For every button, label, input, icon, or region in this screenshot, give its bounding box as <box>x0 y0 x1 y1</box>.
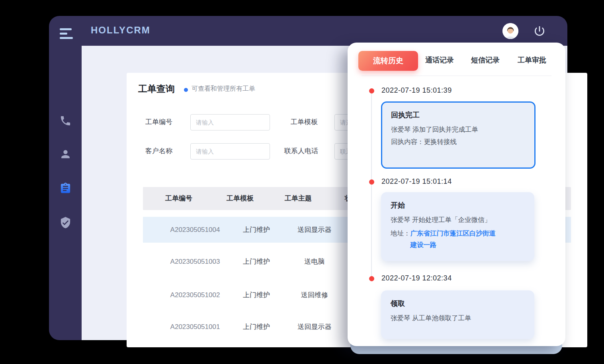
tabs-divider <box>362 76 551 76</box>
app-logo: HOLLYCRM <box>91 25 151 36</box>
cell-template: 上门维护 <box>243 314 270 340</box>
cell-subject: 送回维修 <box>301 282 328 308</box>
filter-label-customer: 客户名称 <box>145 143 172 159</box>
timeline-timestamp: 2022-07-19 15:01:14 <box>381 177 452 186</box>
tab-approval[interactable]: 工单审批 <box>518 55 546 65</box>
timeline-card-line: 张爱琴 开始处理工单「企业微信」 <box>391 215 525 225</box>
cell-id: A202305051003 <box>170 249 220 274</box>
timeline-line <box>371 93 372 281</box>
timeline-card-claim[interactable]: 领取 张爱琴 从工单池领取了工单 <box>381 290 534 339</box>
timeline-card-line: 张爱琴 从工单池领取了工单 <box>391 313 525 323</box>
cell-id: A202305051004 <box>170 217 220 243</box>
timeline-dot <box>369 179 374 185</box>
sidebar-item-customers[interactable] <box>49 145 82 163</box>
clipboard-icon <box>59 182 72 195</box>
timeline-card-title: 回执完工 <box>391 110 526 120</box>
timeline-card-receipt-complete[interactable]: 回执完工 张爱琴 添加了回执并完成工单 回执内容：更换转接线 <box>381 101 536 169</box>
address-row: 地址： 广东省江门市蓬江区白沙街道建设一路 <box>391 228 525 251</box>
user-icon <box>59 148 72 160</box>
sidebar-item-security[interactable] <box>49 214 82 231</box>
tab-flow-history[interactable]: 流转历史 <box>358 51 418 71</box>
timeline-timestamp: 2022-07-19 15:01:39 <box>381 86 452 95</box>
avatar[interactable] <box>502 23 518 39</box>
page-subtitle: 可查看和管理所有工单 <box>192 85 255 93</box>
detail-panel: 流转历史 通话记录 短信记录 工单审批 2022-07-19 15:01:39 … <box>348 43 565 346</box>
filter-label-contact-phone: 联系人电话 <box>284 143 318 159</box>
power-icon[interactable] <box>533 25 546 37</box>
top-bar: HOLLYCRM <box>49 16 567 46</box>
page-title: 工单查询 <box>138 83 175 95</box>
timeline-dot <box>369 88 374 93</box>
shield-icon <box>59 216 72 229</box>
cell-id: A202305051002 <box>170 282 220 308</box>
timeline-dot <box>369 276 374 281</box>
address-label: 地址： <box>391 228 410 251</box>
cell-subject: 送回显示器 <box>298 217 332 243</box>
sidebar-item-workorders[interactable] <box>49 179 82 197</box>
cell-subject: 送回显示器 <box>298 314 332 340</box>
cell-template: 上门维护 <box>243 217 270 243</box>
timeline-card-title: 领取 <box>391 299 525 308</box>
timeline-card-title: 开始 <box>391 200 525 210</box>
screenshot-stage: HOLLYCRM <box>0 0 604 364</box>
phone-icon <box>59 115 72 127</box>
cell-template: 上门维护 <box>243 282 270 308</box>
menu-icon[interactable] <box>60 28 74 40</box>
timeline-card-start[interactable]: 开始 张爱琴 开始处理工单「企业微信」 地址： 广东省江门市蓬江区白沙街道建设一… <box>381 192 534 261</box>
tab-sms-records[interactable]: 短信记录 <box>471 55 500 65</box>
filter-label-template: 工单模板 <box>291 114 318 130</box>
col-subject: 工单主题 <box>285 187 312 210</box>
avatar-image <box>502 23 518 39</box>
tab-call-records[interactable]: 通话记录 <box>425 55 454 65</box>
cell-id: A202305051001 <box>170 314 220 340</box>
col-workorder-no: 工单编号 <box>165 187 192 210</box>
workorder-no-input[interactable] <box>190 114 270 130</box>
filter-label-workorder-no: 工单编号 <box>145 114 172 130</box>
timeline-card-line: 张爱琴 添加了回执并完成工单 <box>391 125 526 134</box>
timeline-card-line: 回执内容：更换转接线 <box>391 137 526 147</box>
sidebar-item-calls[interactable] <box>49 112 82 129</box>
address-link[interactable]: 广东省江门市蓬江区白沙街道建设一路 <box>410 228 497 251</box>
customer-name-input[interactable] <box>190 143 270 160</box>
sidebar <box>49 46 82 340</box>
cell-subject: 送电脑 <box>305 249 325 274</box>
cell-template: 上门维护 <box>243 249 270 274</box>
title-dot <box>184 88 188 92</box>
col-template: 工单模板 <box>227 187 254 210</box>
timeline-timestamp: 2022-07-19 12:02:34 <box>381 274 452 282</box>
